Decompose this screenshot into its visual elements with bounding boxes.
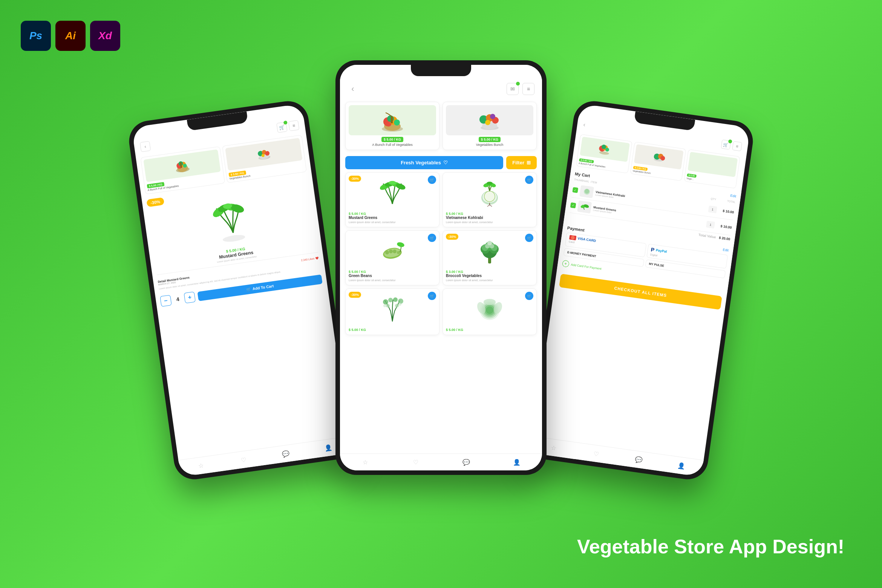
rp-back-icon[interactable]: ‹ [583,121,586,129]
svg-point-71 [393,297,398,302]
rp-nav-home[interactable]: ☆ [548,443,559,453]
center-filter-row: Fresh Vegetables ♡ Filter ⊞ [340,153,542,172]
category-filter-button[interactable]: Fresh Vegetables ♡ [345,156,503,169]
center-nav-chat[interactable]: 💬 [462,458,471,467]
svg-point-55 [393,250,397,253]
cart-add-btn-3[interactable]: 🛒 [428,234,436,242]
ps-label: Ps [29,30,42,42]
center-nav-home[interactable]: ☆ [361,458,370,467]
qty-value: 4 [174,296,182,303]
phone-left-screen: ‹ 🛒 ≡ $ 5.00 / KG A Bunch Full of Vege [132,104,351,477]
cart-check-1[interactable]: ✓ [572,187,578,193]
lp-product-img-1 [143,149,220,182]
product-cabbage[interactable]: 🛒 $ 5. [443,288,537,335]
cart-qty-2: 1 [706,221,715,229]
filter-button[interactable]: Filter ⊞ [506,156,537,169]
center-price-tag-1: $ 5.00 / KG [381,137,403,142]
svg-line-50 [490,205,492,207]
card-name-kohlrabi: Vietnamese Kohlrabi [446,216,533,220]
rp-bottom-nav: ☆ ♡ 💬 👤 [531,436,704,477]
lp-back-icon[interactable]: ‹ [140,141,151,152]
center-back-icon[interactable]: ‹ [348,84,358,94]
svg-point-68 [487,241,492,245]
qty-decrease-btn[interactable]: − [160,295,172,307]
center-product-grid: -30% 🛒 [340,172,542,338]
center-product-1[interactable]: $ 5.00 / KG A Bunch Full of Vegetables [345,102,439,150]
center-header-icons: ✉ ≡ [507,83,534,95]
svg-point-69 [383,299,388,305]
svg-point-81 [486,306,493,314]
rp-menu-icon[interactable]: ≡ [732,141,742,151]
lp-menu-icon[interactable]: ≡ [288,120,299,131]
rp-cart-badge [728,139,732,144]
card-price-cabbage: $ 5.00 / KG [446,328,533,332]
svg-point-85 [599,151,609,155]
card-desc-broccoli: Lorem ipsum dolor sit amet, consectetur [446,279,533,282]
product-green-beans[interactable]: 🛒 [345,230,439,285]
discount-badge-1: -30% [349,176,361,182]
svg-point-53 [385,251,389,254]
paypal-icon: P [651,247,655,253]
lp-cart-icon[interactable]: 🛒 [276,122,287,133]
svg-point-70 [388,298,393,302]
phone-center: ‹ ✉ ≡ [335,60,547,475]
phone-right-screen: ‹ 🛒 ≡ [531,104,750,477]
svg-point-25 [386,121,391,127]
product-broccoli[interactable]: -30% 🛒 [443,230,537,285]
cart-add-btn-2[interactable]: 🛒 [525,176,533,184]
rp-nav-heart[interactable]: ♡ [591,449,601,459]
product-kohlrabi[interactable]: 🛒 [443,172,537,227]
lp-veggie-img [204,194,259,249]
mastercard-icon [569,235,576,240]
card-desc-beans: Lorem ipsum dolor sit amet, consectetur [349,279,436,282]
add-card-text: Add Card For Payment [571,263,602,270]
center-product-img-2 [446,105,533,135]
rp-payment-edit[interactable]: Edit [723,248,729,252]
center-cart-icon[interactable]: ✉ [507,83,519,95]
discount-badge-4: -30% [446,234,458,240]
card-name-broccoli: Broccoli Vegetables [446,274,533,278]
qty-increase-btn[interactable]: + [184,292,196,304]
svg-point-97 [583,204,589,208]
lp-discount-badge: -30% [146,197,164,207]
card-price-kohlrabi: $ 5.00 / KG [446,212,533,216]
rp-product-1[interactable]: $ 5.00 / KG A Bunch Full of Vegetables [576,134,632,173]
veggie-img-herb [349,292,436,326]
nav-user-icon[interactable]: 👤 [323,443,334,453]
rp-nav-chat[interactable]: 💬 [634,455,644,465]
nav-heart-icon[interactable]: ♡ [238,455,248,465]
rp-cart-edit[interactable]: Edit [730,194,737,198]
center-product-img-1 [349,105,436,135]
nav-chat-icon[interactable]: 💬 [281,449,291,459]
center-prod-name-2: Vegetables Bunch [446,143,533,147]
rp-product-2[interactable]: $ 3.50 / KG Vegetables Bunch [630,142,686,181]
veggie-img-cabbage [446,292,533,326]
product-mustard-greens[interactable]: -30% 🛒 [345,172,439,227]
product-herb[interactable]: -30% 🛒 [345,288,439,335]
rp-prod-img-3 [688,152,738,177]
svg-point-57 [397,242,405,248]
lp-bottom-nav: ☆ ♡ 💬 👤 [178,436,351,477]
card-desc-mustard: Lorem ipsum dolor sit amet, consectetur [349,220,436,224]
cart-check-2[interactable]: ✓ [570,202,576,208]
cart-add-btn-1[interactable]: 🛒 [428,176,436,184]
center-menu-icon[interactable]: ≡ [522,83,534,95]
cart-add-btn-4[interactable]: 🛒 [525,234,533,242]
xd-badge: Xd [90,21,120,51]
center-bottom-nav: ☆ ♡ 💬 👤 [340,453,542,470]
center-nav-user[interactable]: 👤 [512,458,521,467]
cart-price-2: $ 10.00 [717,224,732,229]
rp-product-3[interactable]: $ 5.00 Vege... [684,149,740,188]
cart-badge [283,121,288,125]
svg-point-73 [386,304,390,308]
cart-img-1 [579,185,594,198]
center-product-2[interactable]: $ 5.00 / KG Vegetables Bunch [443,102,537,150]
rp-payment-title: Payment [567,225,585,232]
nav-home-icon[interactable]: ☆ [196,461,206,471]
card-name-mustard: Mustard Greens [349,216,436,220]
rp-cart-icon[interactable]: 🛒 [721,139,731,150]
rp-nav-user[interactable]: 👤 [676,461,686,471]
center-prod-name-1: A Bunch Full of Vegetables [349,143,436,147]
svg-point-33 [490,114,495,119]
center-nav-heart[interactable]: ♡ [411,458,420,467]
